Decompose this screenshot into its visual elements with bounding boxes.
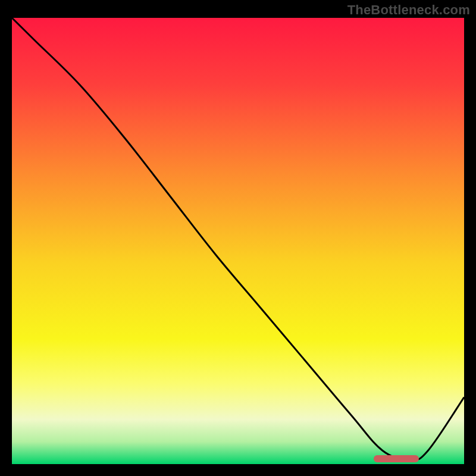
chart-svg xyxy=(12,18,464,464)
watermark-text: TheBottleneck.com xyxy=(347,2,470,18)
chart-container: TheBottleneck.com xyxy=(0,0,476,476)
plot-area xyxy=(12,18,464,464)
optimal-range-marker xyxy=(374,455,419,462)
